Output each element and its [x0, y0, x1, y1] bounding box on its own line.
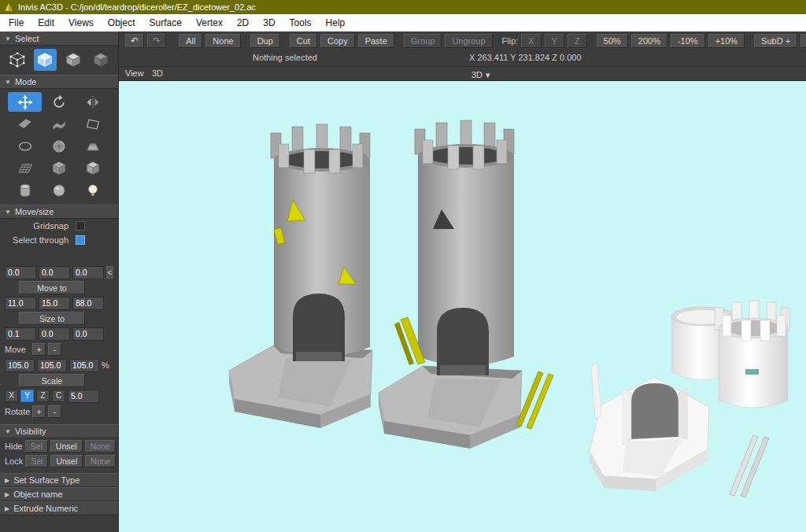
menu-help[interactable]: Help [319, 16, 353, 30]
paste-button[interactable]: Paste [358, 34, 394, 48]
menu-3d[interactable]: 3D [256, 16, 282, 30]
flip-y-button[interactable]: Y [545, 34, 564, 48]
disk-tool-button[interactable] [42, 136, 76, 156]
select-none-button[interactable]: None [205, 34, 240, 48]
grid-tool-button[interactable] [8, 158, 42, 178]
zoom-minus-10-button[interactable]: -10% [671, 34, 705, 48]
lock-sel-button[interactable]: Sel [25, 455, 48, 467]
zoom-plus-10-button[interactable]: +10% [708, 34, 745, 48]
select-group-button[interactable] [90, 49, 112, 71]
flip-z-button[interactable]: Z [568, 34, 587, 48]
zoom-50-button[interactable]: 50% [597, 34, 628, 48]
menu-edit[interactable]: Edit [31, 16, 61, 30]
move-plus-button[interactable]: + [32, 343, 46, 356]
size-to-x-field[interactable] [5, 297, 36, 310]
cut-button[interactable]: Cut [290, 34, 317, 48]
mirror-tool-button[interactable] [76, 92, 110, 112]
menu-object[interactable]: Object [101, 16, 142, 30]
hide-unsel-button[interactable]: Unsel [50, 440, 83, 453]
group-button[interactable]: Group [404, 34, 442, 48]
scale-x-field[interactable] [5, 359, 35, 372]
section-set-surface-type[interactable]: ▶ Set Surface Type [0, 473, 118, 487]
ungroup-button[interactable]: Ungroup [445, 34, 492, 48]
size-to-button[interactable]: Size to [19, 312, 85, 325]
size-to-y-field[interactable] [39, 297, 70, 310]
scale-y-field[interactable] [37, 359, 67, 372]
move-z-field[interactable] [72, 327, 104, 341]
menu-surface[interactable]: Surface [142, 16, 189, 30]
view-menu[interactable]: View [125, 68, 144, 78]
scale-button[interactable]: Scale [19, 374, 85, 387]
cube-tool-button[interactable] [76, 158, 110, 178]
dice-tower-left[interactable] [229, 124, 372, 428]
select-vertex-button[interactable] [6, 49, 28, 71]
rotate-axis-x-toggle[interactable]: X [5, 390, 18, 402]
trapezoid-tool-button[interactable] [76, 136, 110, 156]
select-all-button[interactable]: All [179, 34, 202, 48]
section-move-size[interactable]: ▼ Move/size [0, 205, 118, 219]
white-dice-tray[interactable] [590, 363, 709, 491]
white-cylinder-crenellated[interactable] [715, 301, 789, 408]
select-through-checkbox[interactable] [76, 235, 85, 245]
undo-button[interactable]: ↶ [125, 34, 144, 48]
rotate-axis-y-toggle[interactable]: Y [20, 390, 34, 402]
flip-x-button[interactable]: X [521, 34, 541, 48]
select-object-button[interactable] [62, 49, 84, 71]
redo-button[interactable]: ↷ [147, 34, 166, 48]
gridsnap-checkbox[interactable] [76, 221, 85, 231]
scale-z-field[interactable] [69, 359, 99, 372]
rotate-axis-z-toggle[interactable]: Z [36, 390, 50, 402]
bend-tool-button[interactable] [42, 114, 76, 134]
move-to-y-field[interactable] [39, 266, 70, 279]
light-tool-button[interactable] [76, 180, 110, 200]
move-tool-button[interactable] [8, 92, 42, 112]
move-label: Move [5, 345, 30, 354]
section-visibility[interactable]: ▼ Visibility [0, 424, 118, 438]
sphere-tool-button[interactable] [42, 180, 76, 200]
section-extrude-numeric[interactable]: ▶ Extrude Numeric [0, 501, 118, 515]
cylinder-tool-button[interactable] [8, 180, 42, 200]
hide-none-button[interactable]: None [85, 440, 116, 453]
lock-none-button[interactable]: None [85, 455, 116, 467]
rotate-axis-c-toggle[interactable]: C [52, 390, 65, 402]
subd-plus-button[interactable]: SubD + [754, 34, 797, 48]
yellow-strips[interactable] [516, 371, 553, 429]
skew-tool-button[interactable] [76, 114, 110, 134]
viewport-3d[interactable] [119, 81, 806, 532]
menu-tools[interactable]: Tools [283, 16, 319, 30]
duplicate-button[interactable]: Dup [250, 34, 280, 48]
cylinder-icon [17, 183, 33, 198]
flatten-tool-button[interactable] [8, 114, 42, 134]
pick-point-button[interactable]: < [106, 266, 113, 279]
move-x-field[interactable] [5, 327, 36, 341]
zoom-200-button[interactable]: 200% [631, 34, 667, 48]
select-surface-button[interactable] [34, 49, 56, 71]
rotate-tool-button[interactable] [42, 92, 76, 112]
move-y-field[interactable] [39, 327, 70, 341]
move-to-button[interactable]: Move to [19, 281, 85, 294]
view-mode-label[interactable]: 3D [152, 68, 163, 78]
size-to-z-field[interactable] [72, 297, 104, 310]
subd-minus-button[interactable]: SubD - [800, 34, 806, 48]
move-minus-button[interactable]: - [48, 343, 61, 356]
rotate-angle-field[interactable] [68, 390, 99, 403]
lock-unsel-button[interactable]: Unsel [50, 455, 83, 467]
section-mode[interactable]: ▼ Mode [0, 75, 118, 89]
dice-tower-middle[interactable] [379, 120, 522, 449]
section-object-name[interactable]: ▶ Object name [0, 487, 118, 501]
menu-2d[interactable]: 2D [230, 16, 256, 30]
copy-button[interactable]: Copy [320, 34, 355, 48]
menu-vertex[interactable]: Vertex [189, 16, 230, 30]
rotate-minus-button[interactable]: - [48, 405, 61, 418]
move-to-z-field[interactable] [72, 266, 104, 279]
hide-sel-button[interactable]: Sel [25, 440, 48, 453]
section-select[interactable]: ▼ Select [0, 31, 118, 46]
move-to-x-field[interactable] [5, 266, 36, 279]
mesh-cube-tool-button[interactable] [42, 158, 76, 178]
ellipse-tool-button[interactable] [8, 136, 42, 156]
menu-views[interactable]: Views [61, 16, 101, 30]
menu-file[interactable]: File [2, 16, 31, 30]
viewport-canvas[interactable] [119, 81, 806, 532]
gray-strips[interactable] [730, 435, 769, 497]
rotate-plus-button[interactable]: + [32, 405, 46, 418]
